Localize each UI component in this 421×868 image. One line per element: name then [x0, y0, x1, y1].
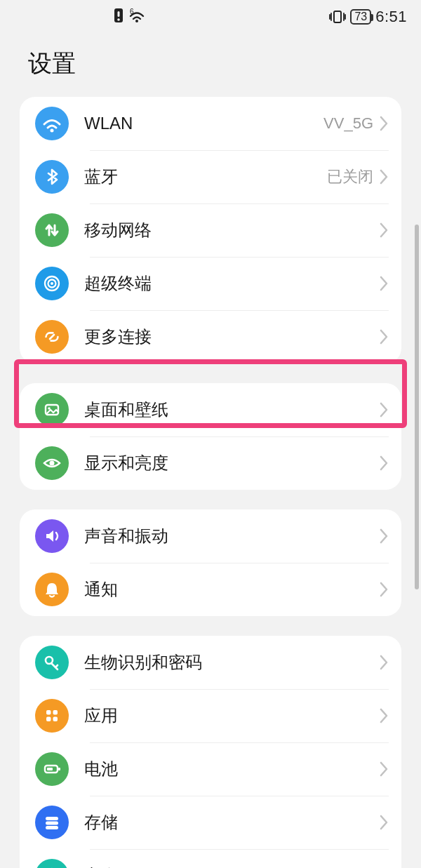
chevron-right-icon — [379, 115, 389, 132]
svg-rect-1 — [118, 11, 120, 17]
chevron-right-icon — [379, 328, 389, 345]
row-label: 显示和亮度 — [84, 452, 168, 474]
svg-point-4 — [135, 20, 138, 22]
settings-group: 桌面和壁纸显示和亮度 — [20, 383, 401, 490]
row-label: 电池 — [84, 758, 118, 780]
alert-icon — [112, 8, 125, 27]
row-wlan[interactable]: WLANVV_5G — [20, 97, 401, 150]
svg-point-2 — [117, 18, 120, 21]
row-battery[interactable]: 电池 — [20, 742, 401, 796]
row-label: 蓝牙 — [84, 166, 118, 188]
battery-icon: 73 — [350, 9, 371, 25]
row-label: WLAN — [84, 114, 133, 133]
row-label: 移动网络 — [84, 219, 152, 241]
row-biometric[interactable]: 生物识别和密码 — [20, 636, 401, 689]
settings-group: WLANVV_5G蓝牙已关闭移动网络超级终端更多连接 — [20, 97, 401, 363]
status-bar: 6 73 6:51 — [0, 0, 421, 34]
updown-icon — [35, 213, 69, 247]
row-label: 桌面和壁纸 — [84, 399, 168, 421]
row-bluetooth[interactable]: 蓝牙已关闭 — [20, 150, 401, 203]
batt-h-icon — [35, 752, 69, 786]
row-display[interactable]: 显示和亮度 — [20, 436, 401, 490]
wifi-icon: 6 — [128, 8, 146, 27]
chevron-right-icon — [379, 528, 389, 545]
row-more-conn[interactable]: 更多连接 — [20, 310, 401, 363]
svg-rect-5 — [334, 11, 341, 22]
chevron-right-icon — [379, 707, 389, 724]
radar-icon — [35, 267, 69, 300]
chevron-right-icon — [379, 222, 389, 239]
battery-percent: 73 — [354, 11, 367, 23]
key-icon — [35, 646, 69, 679]
link-icon — [35, 320, 69, 354]
chevron-right-icon — [379, 654, 389, 671]
row-label: 安全 — [84, 864, 118, 868]
row-label: 通知 — [84, 578, 118, 601]
row-apps[interactable]: 应用 — [20, 689, 401, 742]
settings-group: 生物识别和密码应用电池存储安全 — [20, 636, 401, 868]
chevron-right-icon — [379, 401, 389, 418]
page-title: 设置 — [0, 34, 421, 97]
status-right: 73 6:51 — [329, 8, 407, 26]
bluetooth-icon — [35, 160, 69, 194]
picture-icon — [35, 393, 69, 427]
row-sound[interactable]: 声音和振动 — [20, 509, 401, 563]
row-label: 更多连接 — [84, 326, 152, 348]
row-superdevice[interactable]: 超级终端 — [20, 257, 401, 310]
row-wallpaper[interactable]: 桌面和壁纸 — [20, 383, 401, 436]
chevron-right-icon — [379, 168, 389, 185]
row-label: 超级终端 — [84, 272, 152, 295]
row-mobile[interactable]: 移动网络 — [20, 203, 401, 257]
row-label: 生物识别和密码 — [84, 651, 202, 674]
row-label: 存储 — [84, 811, 118, 834]
row-value: 已关闭 — [327, 166, 373, 187]
row-value: VV_5G — [323, 114, 373, 133]
chevron-right-icon — [379, 581, 389, 598]
vibrate-icon — [329, 9, 346, 25]
storage-icon — [35, 806, 69, 839]
clock: 6:51 — [375, 8, 407, 26]
grid-icon — [35, 699, 69, 733]
scrollbar[interactable] — [415, 225, 419, 589]
chevron-right-icon — [379, 814, 389, 831]
row-label: 应用 — [84, 705, 118, 727]
row-security[interactable]: 安全 — [20, 849, 401, 868]
shield-icon — [35, 859, 69, 868]
chevron-right-icon — [379, 761, 389, 777]
chevron-right-icon — [379, 455, 389, 472]
eye-icon — [35, 446, 69, 480]
sound-icon — [35, 519, 69, 553]
row-notify[interactable]: 通知 — [20, 563, 401, 616]
settings-group: 声音和振动通知 — [20, 509, 401, 616]
bell-icon — [35, 573, 69, 606]
wifi-icon — [35, 107, 69, 140]
chevron-right-icon — [379, 275, 389, 292]
row-storage[interactable]: 存储 — [20, 796, 401, 849]
status-left-icons: 6 — [112, 8, 146, 27]
row-label: 声音和振动 — [84, 525, 168, 547]
